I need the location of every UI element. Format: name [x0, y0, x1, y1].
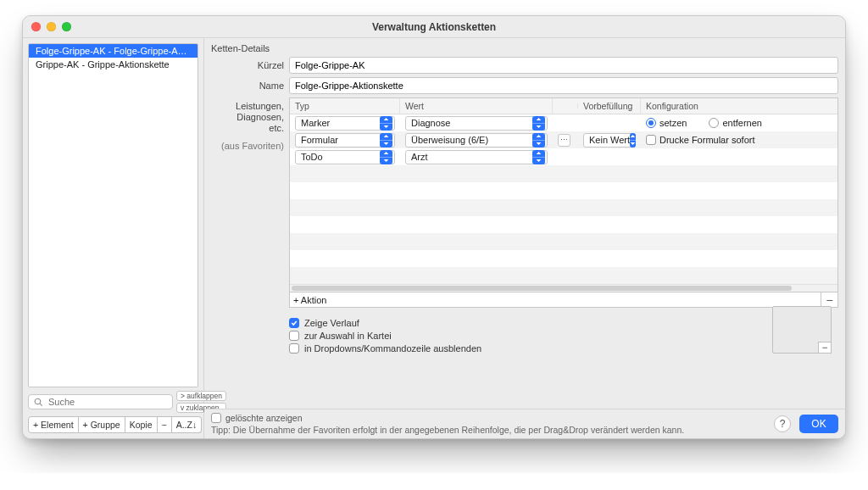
table-row	[290, 182, 837, 199]
typ-select[interactable]: Marker	[295, 116, 395, 131]
wert-select[interactable]: Überweisung (6/E)	[405, 133, 548, 148]
konfig-checkbox-label: Drucke Formular sofort	[659, 135, 754, 145]
stepper-icon	[532, 150, 545, 164]
chain-list[interactable]: Folge-Grippe-AK - Folge-Grippe-Akt... Gr…	[28, 43, 198, 387]
col-wert: Wert	[400, 98, 553, 114]
remove-action-button[interactable]: −	[821, 292, 837, 307]
sort-az-button[interactable]: A..Z↓	[172, 416, 203, 433]
kuerzel-label: Kürzel	[211, 57, 284, 71]
ok-button[interactable]: OK	[799, 415, 838, 433]
preview-thumbnail: −	[772, 306, 832, 354]
show-deleted-checkbox[interactable]	[211, 413, 221, 423]
window: Verwaltung Aktionsketten Folge-Grippe-AK…	[22, 15, 846, 439]
add-element-button[interactable]: + Element	[28, 416, 79, 433]
zoom-window-button[interactable]	[62, 22, 71, 31]
stepper-icon	[380, 150, 392, 164]
footer: gelöschte anzeigen Tipp: Die Übernahme d…	[204, 409, 845, 438]
dropdown-ausblenden-label: in Dropdowns/Kommandozeile ausblenden	[304, 343, 481, 354]
zeige-verlauf-label: Zeige Verlauf	[304, 318, 359, 328]
table-row	[290, 250, 837, 267]
stepper-icon	[532, 133, 545, 148]
konfig-checkbox[interactable]	[646, 135, 656, 145]
add-action-button[interactable]: + Aktion	[290, 292, 821, 307]
table-row	[290, 216, 837, 233]
table-row: FormularÜberweisung (6/E)⋯Kein WertDruck…	[290, 131, 837, 148]
dropdown-ausblenden-checkbox[interactable]	[289, 343, 299, 354]
table-row: MarkerDiagnosesetzenentfernen	[290, 114, 837, 131]
stepper-icon	[630, 133, 636, 148]
add-group-button[interactable]: + Gruppe	[79, 416, 125, 433]
remove-button[interactable]: −	[158, 416, 172, 433]
table-row	[290, 233, 837, 250]
konfig-radio-entfernen-label: entfernen	[722, 118, 761, 128]
detail-checkboxes: Zeige Verlauf zur Auswahl in Kartei in D…	[289, 311, 838, 354]
minimize-window-button[interactable]	[47, 22, 56, 31]
sidebar-toolbar: + Element + Gruppe Kopie − A..Z↓	[28, 416, 198, 433]
table-row	[290, 199, 837, 216]
typ-select[interactable]: Formular	[295, 133, 395, 148]
zur-auswahl-label: zur Auswahl in Kartei	[304, 331, 392, 341]
detail-section-title: Ketten-Details	[204, 38, 845, 57]
zeige-verlauf-checkbox[interactable]	[289, 318, 299, 328]
leistungen-label: Leistungen, Diagnosen, etc. (aus Favorit…	[211, 97, 284, 152]
table-row	[290, 267, 837, 284]
name-input[interactable]	[289, 77, 838, 94]
col-spacer	[553, 103, 578, 109]
konfig-radio-setzen-label: setzen	[659, 118, 687, 128]
col-vorb: Vorbefüllung	[578, 98, 641, 114]
sidebar: Folge-Grippe-AK - Folge-Grippe-Akt... Gr…	[23, 38, 204, 438]
kuerzel-input[interactable]	[289, 57, 838, 74]
typ-select[interactable]: ToDo	[295, 150, 395, 164]
stepper-icon	[380, 116, 392, 131]
window-title: Verwaltung Aktionsketten	[23, 21, 845, 33]
add-action-row: + Aktion −	[289, 292, 838, 308]
close-window-button[interactable]	[31, 22, 41, 31]
preview-remove-button[interactable]: −	[818, 342, 832, 354]
detail-pane: Ketten-Details Kürzel Name Leistungen, D…	[204, 38, 845, 438]
footer-hint: Tipp: Die Übernahme der Favoriten erfolg…	[211, 425, 765, 435]
search-field[interactable]	[47, 396, 167, 408]
stepper-icon	[380, 133, 392, 148]
col-konfig: Konfiguration	[641, 98, 837, 114]
zur-auswahl-checkbox[interactable]	[289, 331, 299, 341]
konfig-radio-setzen[interactable]	[646, 118, 656, 128]
help-button[interactable]: ?	[774, 415, 791, 432]
stepper-icon	[532, 116, 545, 131]
table-row: ToDoArzt	[290, 148, 837, 165]
table-row	[290, 165, 837, 182]
chain-list-item[interactable]: Folge-Grippe-AK - Folge-Grippe-Akt...	[29, 44, 198, 58]
search-input[interactable]	[28, 394, 173, 409]
col-typ: Typ	[290, 98, 400, 114]
chain-list-item[interactable]: Grippe-AK - Grippe-Aktionskette	[29, 58, 198, 71]
show-deleted-label: gelöschte anzeigen	[225, 413, 303, 423]
search-icon	[34, 398, 43, 407]
horizontal-scrollbar[interactable]	[290, 284, 837, 292]
vorbefuellung-select[interactable]: Kein Wert	[583, 133, 636, 148]
konfig-radio-entfernen[interactable]	[709, 118, 719, 128]
titlebar: Verwaltung Aktionsketten	[23, 16, 845, 38]
actions-table: Typ Wert Vorbefüllung Konfiguration Mark…	[289, 97, 838, 292]
copy-button[interactable]: Kopie	[125, 416, 158, 433]
name-label: Name	[211, 77, 284, 92]
ellipsis-button[interactable]: ⋯	[558, 134, 570, 147]
wert-select[interactable]: Arzt	[405, 150, 548, 164]
actions-table-header: Typ Wert Vorbefüllung Konfiguration	[290, 98, 837, 114]
wert-select[interactable]: Diagnose	[405, 116, 548, 131]
